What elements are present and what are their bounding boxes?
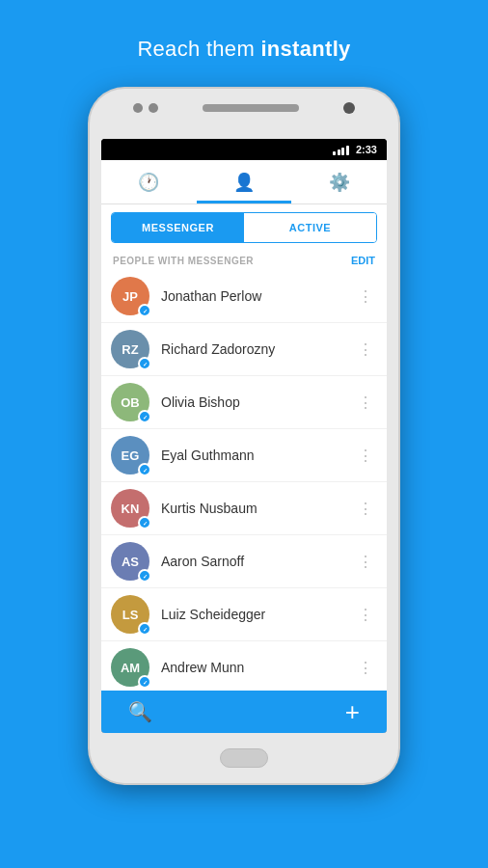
contact-item[interactable]: RZ ✓ Richard Zadorozny ⋮ (101, 323, 387, 376)
top-tabs: 🕐 👤 ⚙️ (101, 160, 387, 204)
add-icon[interactable]: + (345, 697, 360, 727)
headline: Reach them instantly (137, 37, 350, 62)
tab-people[interactable]: 👤 (197, 160, 292, 203)
phone-screen: 2:33 🕐 👤 ⚙️ MESSENGE (101, 139, 387, 733)
settings-icon: ⚙️ (329, 172, 350, 193)
headline-bold: instantly (260, 37, 350, 61)
messenger-badge-icon: ✓ (143, 679, 148, 686)
messenger-badge-icon: ✓ (143, 308, 148, 314)
people-icon: 👤 (233, 172, 255, 193)
status-bar: 2:33 (101, 139, 387, 160)
contact-more-icon[interactable]: ⋮ (354, 549, 377, 575)
messenger-badge: ✓ (138, 410, 151, 423)
search-icon[interactable]: 🔍 (128, 700, 152, 723)
messenger-toggle: MESSENGER ACTIVE (111, 212, 377, 243)
contact-name: Olivia Bishop (161, 394, 354, 410)
recent-icon: 🕐 (138, 172, 159, 193)
avatar-initials: LS (122, 608, 139, 622)
contact-name: Richard Zadorozny (161, 341, 354, 357)
avatar-wrap: AS ✓ (111, 542, 149, 581)
messenger-badge: ✓ (138, 622, 151, 636)
contact-item[interactable]: LS ✓ Luiz Scheidegger ⋮ (101, 588, 387, 641)
avatar-wrap: KN ✓ (111, 489, 149, 528)
contact-name: Jonathan Perlow (161, 288, 354, 304)
bottom-bar: 🔍 + (101, 691, 387, 733)
toggle-messenger[interactable]: MESSENGER (112, 213, 244, 242)
section-edit-button[interactable]: EDIT (351, 255, 375, 266)
avatar-initials: EG (122, 448, 140, 463)
avatar-wrap: RZ ✓ (111, 330, 149, 368)
avatar-wrap: LS ✓ (111, 595, 149, 634)
contact-more-icon[interactable]: ⋮ (354, 496, 377, 522)
messenger-badge-icon: ✓ (143, 520, 148, 527)
headline-pre: Reach them (137, 37, 260, 61)
avatar-initials: KN (122, 502, 140, 516)
messenger-badge: ✓ (138, 304, 151, 317)
app-content: 🕐 👤 ⚙️ MESSENGER ACTIVE PEOPLE W (101, 160, 387, 733)
tab-recent[interactable]: 🕐 (101, 160, 197, 203)
phone-home-button (220, 748, 268, 768)
phone-device: 2:33 🕐 👤 ⚙️ MESSENGE (90, 89, 398, 783)
avatar-wrap: AM ✓ (111, 648, 149, 687)
section-label-text: PEOPLE WITH MESSENGER (113, 256, 254, 266)
signal-bar-2 (338, 149, 340, 155)
messenger-badge: ✓ (138, 675, 151, 689)
contact-name: Kurtis Nusbaum (161, 501, 354, 516)
contact-more-icon[interactable]: ⋮ (354, 602, 377, 628)
avatar-initials: JP (122, 289, 138, 304)
avatar-initials: AM (121, 661, 140, 675)
messenger-badge-icon: ✓ (143, 626, 148, 633)
phone-dot-2 (149, 103, 158, 113)
contact-more-icon[interactable]: ⋮ (354, 390, 377, 416)
messenger-badge-icon: ✓ (143, 573, 148, 580)
contact-more-icon[interactable]: ⋮ (354, 284, 377, 310)
contact-more-icon[interactable]: ⋮ (354, 655, 377, 681)
signal-bar-1 (333, 151, 336, 155)
avatar-initials: OB (121, 395, 140, 410)
contact-list: JP ✓ Jonathan Perlow ⋮ RZ ✓ Richard Zado… (101, 270, 387, 691)
phone-dots (133, 103, 158, 113)
contact-name: Luiz Scheidegger (161, 607, 354, 622)
avatar-initials: RZ (122, 342, 138, 357)
phone-speaker (203, 104, 299, 112)
contact-more-icon[interactable]: ⋮ (354, 337, 377, 363)
messenger-badge: ✓ (138, 516, 151, 529)
signal-bar-3 (341, 148, 344, 155)
contact-item[interactable]: EG ✓ Eyal Guthmann ⋮ (101, 429, 387, 482)
messenger-badge: ✓ (138, 569, 151, 583)
avatar-initials: AS (122, 555, 139, 569)
toggle-active[interactable]: ACTIVE (244, 213, 376, 242)
contact-item[interactable]: JP ✓ Jonathan Perlow ⋮ (101, 270, 387, 323)
contact-name: Aaron Sarnoff (161, 554, 354, 569)
tab-people-indicator (197, 201, 292, 203)
contact-more-icon[interactable]: ⋮ (354, 443, 377, 469)
contact-name: Andrew Munn (161, 660, 354, 675)
signal-bar-4 (346, 146, 349, 155)
contact-item[interactable]: KN ✓ Kurtis Nusbaum ⋮ (101, 482, 387, 535)
contact-name: Eyal Guthmann (161, 448, 354, 463)
avatar-wrap: EG ✓ (111, 436, 149, 475)
status-time: 2:33 (356, 144, 377, 155)
phone-dot-1 (133, 103, 143, 113)
phone-camera (343, 102, 355, 114)
tab-settings[interactable]: ⚙️ (291, 160, 387, 203)
messenger-badge-icon: ✓ (143, 414, 148, 420)
messenger-badge: ✓ (138, 357, 151, 370)
contact-item[interactable]: AS ✓ Aaron Sarnoff ⋮ (101, 535, 387, 588)
avatar-wrap: JP ✓ (111, 277, 149, 315)
avatar-wrap: OB ✓ (111, 383, 149, 421)
section-label-row: PEOPLE WITH MESSENGER EDIT (101, 251, 387, 270)
phone-top-bar (133, 102, 355, 114)
contact-item[interactable]: OB ✓ Olivia Bishop ⋮ (101, 376, 387, 429)
signal-bars (333, 144, 349, 155)
contact-item[interactable]: AM ✓ Andrew Munn ⋮ (101, 641, 387, 691)
messenger-badge: ✓ (138, 463, 151, 476)
messenger-badge-icon: ✓ (143, 361, 148, 367)
messenger-badge-icon: ✓ (143, 467, 148, 474)
